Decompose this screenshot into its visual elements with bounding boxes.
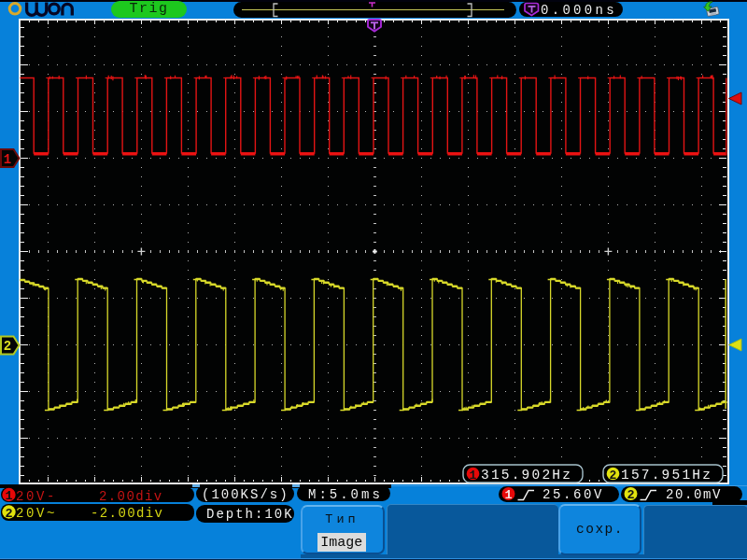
svg-text:2: 2 <box>4 339 11 354</box>
svg-text:1: 1 <box>504 488 512 502</box>
svg-text:1: 1 <box>4 152 11 167</box>
svg-text:2: 2 <box>627 488 634 502</box>
